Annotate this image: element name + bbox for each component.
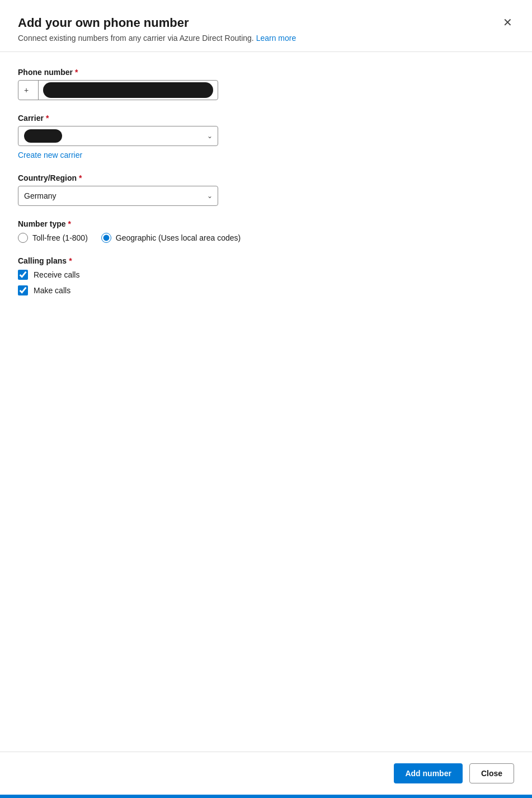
calling-plans-group: Calling plans* Receive calls Make calls — [18, 256, 514, 295]
carrier-field-wrapper: ⌄ — [18, 126, 218, 146]
dialog-body: Phone number* + Carrier* ⌄ Create new ca… — [0, 52, 532, 752]
checkbox-item-make-calls[interactable]: Make calls — [18, 285, 514, 295]
dialog-subtitle: Connect existing numbers from any carrie… — [18, 34, 514, 43]
checkbox-receive-calls[interactable] — [18, 270, 28, 280]
close-button[interactable]: Close — [469, 763, 514, 783]
required-star: * — [75, 68, 78, 77]
phone-number-mask — [43, 82, 213, 98]
calling-plans-label: Calling plans* — [18, 256, 514, 265]
number-type-label: Number type* — [18, 219, 514, 228]
add-phone-number-dialog: Add your own phone number Connect existi… — [0, 0, 532, 798]
dialog-header: Add your own phone number Connect existi… — [0, 0, 532, 52]
radio-item-geographic[interactable]: Geographic (Uses local area codes) — [101, 233, 241, 243]
phone-input-wrapper: + — [18, 80, 218, 100]
checkbox-make-calls-label: Make calls — [34, 286, 70, 295]
phone-prefix: + — [18, 81, 39, 100]
checkbox-item-receive-calls[interactable]: Receive calls — [18, 270, 514, 280]
create-new-carrier-link[interactable]: Create new carrier — [18, 151, 82, 159]
carrier-label: Carrier* — [18, 114, 514, 123]
phone-number-group: Phone number* + — [18, 68, 514, 100]
required-star-carrier: * — [46, 114, 49, 123]
country-region-select[interactable]: Germany United States United Kingdom Fra… — [18, 186, 218, 206]
radio-item-toll-free[interactable]: Toll-free (1-800) — [18, 233, 88, 243]
country-region-group: Country/Region* Germany United States Un… — [18, 173, 514, 206]
add-number-button[interactable]: Add number — [394, 763, 462, 783]
dialog-footer: Add number Close — [0, 752, 532, 795]
checkbox-receive-calls-label: Receive calls — [34, 270, 79, 279]
radio-toll-free-label: Toll-free (1-800) — [32, 233, 88, 242]
country-select-wrapper: Germany United States United Kingdom Fra… — [18, 186, 218, 206]
bottom-bar — [0, 795, 532, 798]
carrier-select[interactable] — [18, 126, 218, 146]
required-star-number-type: * — [68, 219, 71, 228]
learn-more-link[interactable]: Learn more — [256, 34, 296, 43]
close-icon-button[interactable]: ✕ — [498, 13, 516, 31]
number-type-group: Number type* Toll-free (1-800) Geographi… — [18, 219, 514, 243]
required-star-country: * — [79, 173, 82, 182]
phone-number-label: Phone number* — [18, 68, 514, 77]
checkbox-make-calls[interactable] — [18, 285, 28, 295]
required-star-calling-plans: * — [69, 256, 72, 265]
calling-plans-checkbox-group: Receive calls Make calls — [18, 270, 514, 295]
number-type-radio-group: Toll-free (1-800) Geographic (Uses local… — [18, 233, 514, 243]
dialog-title: Add your own phone number — [18, 16, 514, 30]
carrier-group: Carrier* ⌄ Create new carrier — [18, 114, 514, 160]
carrier-value-mask — [24, 129, 62, 143]
radio-geographic-label: Geographic (Uses local area codes) — [116, 233, 241, 242]
close-icon: ✕ — [503, 16, 512, 29]
radio-geographic[interactable] — [101, 233, 111, 243]
country-region-label: Country/Region* — [18, 173, 514, 182]
radio-toll-free[interactable] — [18, 233, 28, 243]
subtitle-text: Connect existing numbers from any carrie… — [18, 34, 254, 43]
